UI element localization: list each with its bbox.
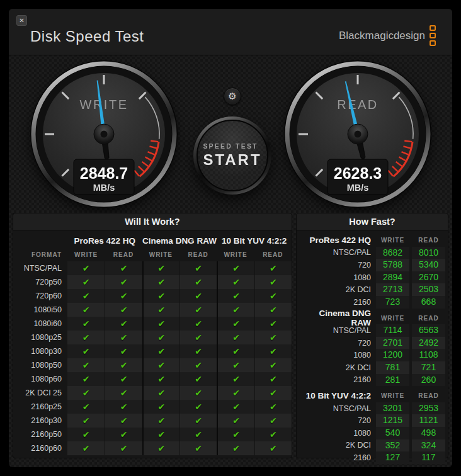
- read-value: 2492: [412, 337, 445, 349]
- read-value: 668: [412, 296, 445, 309]
- start-button-label: START: [203, 151, 261, 169]
- close-button[interactable]: ✕: [16, 15, 27, 26]
- check-cell: ✔: [67, 441, 105, 455]
- check-cell: ✔: [105, 275, 142, 289]
- check-cell: ✔: [217, 275, 254, 289]
- format-row-label: 2160p60: [13, 444, 67, 453]
- logo-squares-icon: [430, 25, 436, 46]
- check-cell: ✔: [179, 303, 217, 317]
- check-cell: ✔: [67, 372, 105, 386]
- col-header: READ: [412, 392, 445, 399]
- check-cell: ✔: [142, 261, 179, 275]
- check-cell: ✔: [105, 386, 142, 400]
- gauge-unit: MB/s: [347, 183, 369, 193]
- write-value: 3201: [376, 402, 409, 415]
- col-header: READ: [412, 237, 445, 244]
- codec-header: Cinema DNG RAW: [142, 236, 217, 246]
- row-label: 2160: [299, 298, 373, 307]
- read-value: 260: [412, 374, 445, 387]
- read-value: 1121: [412, 414, 445, 427]
- check-cell: ✔: [105, 261, 142, 275]
- check-cell: ✔: [179, 372, 217, 386]
- format-row-label: 1080p25: [13, 333, 67, 342]
- row-label: 2K DCI: [299, 285, 373, 294]
- check-cell: ✔: [254, 372, 292, 386]
- check-cell: ✔: [254, 275, 292, 289]
- write-value: 2701: [376, 337, 409, 349]
- settings-gear-icon[interactable]: ⚙: [224, 88, 241, 105]
- check-cell: ✔: [179, 317, 217, 331]
- check-cell: ✔: [105, 428, 142, 441]
- check-cell: ✔: [217, 303, 254, 317]
- col-header: WRITE: [142, 251, 179, 258]
- check-cell: ✔: [105, 358, 142, 372]
- col-header: READ: [179, 251, 217, 258]
- write-value: 352: [376, 439, 409, 452]
- check-cell: ✔: [254, 261, 292, 275]
- row-label: NTSC/PAL: [299, 248, 373, 257]
- how-fast-group: Cinema DNG RAWWRITEREADNTSC/PAL711465637…: [299, 312, 448, 387]
- check-cell: ✔: [142, 344, 179, 358]
- codec-header: 10 Bit YUV 4:2:2: [217, 236, 292, 246]
- read-value: 498: [412, 427, 445, 439]
- check-cell: ✔: [105, 303, 142, 317]
- check-cell: ✔: [254, 400, 292, 414]
- write-value: 2894: [376, 271, 409, 284]
- write-value: 723: [376, 296, 409, 309]
- check-cell: ✔: [254, 414, 292, 428]
- row-label: 2K DCI: [299, 363, 373, 372]
- gauge-unit: MB/s: [93, 183, 115, 193]
- check-cell: ✔: [105, 331, 142, 344]
- check-cell: ✔: [67, 331, 105, 344]
- write-value: 1215: [376, 414, 409, 427]
- col-header: READ: [412, 315, 445, 322]
- check-cell: ✔: [67, 358, 105, 372]
- check-cell: ✔: [179, 414, 217, 428]
- row-label: 720: [299, 416, 373, 425]
- check-cell: ✔: [142, 386, 179, 400]
- start-button[interactable]: SPEED TEST START: [193, 116, 271, 195]
- gauge-value: 2848.7: [80, 164, 128, 182]
- check-cell: ✔: [217, 400, 254, 414]
- check-cell: ✔: [254, 441, 292, 455]
- write-value: 127: [376, 451, 409, 464]
- format-row-label: 1080i60: [13, 319, 67, 328]
- start-button-subtitle: SPEED TEST: [203, 142, 261, 150]
- check-cell: ✔: [254, 289, 292, 303]
- check-cell: ✔: [217, 344, 254, 358]
- col-header: WRITE: [376, 315, 409, 322]
- check-cell: ✔: [217, 317, 254, 331]
- check-cell: ✔: [142, 358, 179, 372]
- check-cell: ✔: [67, 386, 105, 400]
- check-cell: ✔: [105, 441, 142, 455]
- check-cell: ✔: [142, 303, 179, 317]
- check-cell: ✔: [67, 275, 105, 289]
- check-cell: ✔: [142, 372, 179, 386]
- how-fast-panel: How Fast? ProRes 422 HQWRITEREADNTSC/PAL…: [296, 213, 448, 458]
- check-cell: ✔: [179, 358, 217, 372]
- gauge-value: 2628.3: [334, 164, 382, 182]
- col-header: WRITE: [376, 237, 409, 244]
- how-fast-group: 10 Bit YUV 4:2:2WRITEREADNTSC/PAL3201295…: [299, 390, 448, 464]
- row-label: 1080: [299, 351, 373, 360]
- check-cell: ✔: [67, 289, 105, 303]
- check-cell: ✔: [105, 400, 142, 414]
- format-row-label: 2K DCI 25: [13, 388, 67, 397]
- check-cell: ✔: [254, 317, 292, 331]
- check-cell: ✔: [217, 386, 254, 400]
- check-cell: ✔: [179, 289, 217, 303]
- write-value: 2713: [376, 283, 409, 296]
- write-value: 5788: [376, 259, 409, 271]
- check-cell: ✔: [217, 331, 254, 344]
- format-row-label: 2160p50: [13, 430, 67, 439]
- row-label: 1080: [299, 273, 373, 282]
- will-it-work-title: Will It Work?: [13, 213, 292, 230]
- read-value: 2953: [412, 402, 445, 415]
- check-cell: ✔: [67, 317, 105, 331]
- col-header: WRITE: [67, 251, 105, 258]
- check-cell: ✔: [254, 358, 292, 372]
- check-cell: ✔: [179, 386, 217, 400]
- will-it-work-panel: Will It Work? ProRes 422 HQCinema DNG RA…: [13, 213, 292, 458]
- check-cell: ✔: [67, 400, 105, 414]
- codec-header: ProRes 422 HQ: [67, 236, 142, 246]
